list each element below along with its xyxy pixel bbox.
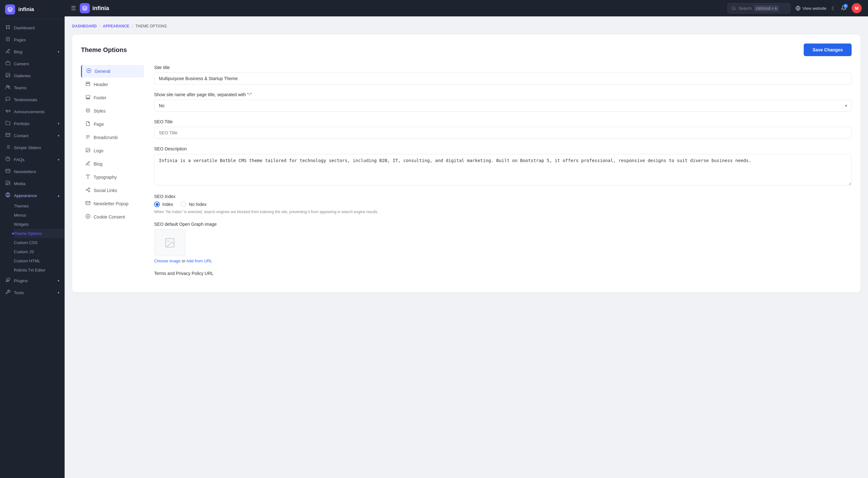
sidebar-item-teams[interactable]: Teams: [0, 82, 65, 94]
radio-index[interactable]: Index: [154, 202, 173, 207]
view-website-button[interactable]: View website: [796, 6, 827, 11]
sidebar-item-blog[interactable]: Blog ▾: [0, 46, 65, 58]
sidebar-nav: Dashboard Pages Blog ▾: [0, 19, 65, 301]
sidebar-item-label: FAQs: [14, 157, 25, 162]
sidebar-item-label: Galleries: [14, 73, 31, 78]
notification-badge: 0: [843, 4, 848, 8]
seo-description-label: SEO Description: [154, 146, 851, 151]
seo-index-label: SEO Index: [154, 194, 851, 199]
sidebar-item-newsletters[interactable]: Newsletters: [0, 166, 65, 178]
terms-group: Terms and Privacy Policy URL: [154, 271, 851, 276]
content-wrapper: DASHBOARD / APPEARANCE / THEME OPTIONS T…: [65, 17, 868, 478]
theme-menu-styles[interactable]: Styles: [81, 105, 144, 117]
card-header: Theme Options Save Changes: [81, 43, 851, 56]
sidebar-item-careers[interactable]: Careers: [0, 58, 65, 70]
choose-image-link[interactable]: Choose image: [154, 259, 181, 263]
sidebar-item-faqs[interactable]: FAQs ▾: [0, 154, 65, 166]
svg-point-35: [87, 110, 89, 111]
newsletter-popup-icon: [85, 201, 90, 207]
user-avatar[interactable]: M: [851, 3, 862, 13]
sidebar-item-media[interactable]: Media: [0, 178, 65, 189]
social-links-icon: [85, 187, 90, 193]
theme-toggle-icon[interactable]: ☾: [831, 5, 836, 11]
show-site-name-select[interactable]: No Yes: [154, 100, 851, 112]
sidebar-item-menus[interactable]: Menus: [14, 211, 65, 220]
sidebar-item-label: Newsletters: [14, 169, 36, 174]
sidebar-item-dashboard[interactable]: Dashboard: [0, 22, 65, 34]
teams-icon: [5, 85, 11, 91]
sidebar-item-simple-sliders[interactable]: Simple Sliders: [0, 142, 65, 154]
menu-item-label: Styles: [94, 109, 105, 114]
sidebar-item-label: Pages: [14, 37, 26, 42]
theme-menu-page[interactable]: Page: [81, 118, 144, 130]
sidebar-item-plugins[interactable]: Plugins ▾: [0, 275, 65, 287]
terms-label: Terms and Privacy Policy URL: [154, 271, 851, 276]
svg-rect-3: [8, 27, 10, 29]
menu-item-label: Page: [94, 122, 104, 127]
tools-icon: [5, 290, 11, 296]
add-from-url-link[interactable]: Add from URL: [186, 259, 212, 263]
sidebar-item-pages[interactable]: Pages: [0, 34, 65, 46]
site-title-input[interactable]: [154, 72, 851, 85]
theme-menu-general[interactable]: General: [81, 65, 144, 78]
sidebar-item-custom-js[interactable]: Custom JS: [14, 247, 65, 256]
page-icon: [85, 121, 90, 127]
theme-menu-footer[interactable]: Footer: [81, 91, 144, 104]
sidebar-item-portfolio[interactable]: Portfolio ▾: [0, 118, 65, 129]
svg-point-43: [89, 188, 90, 189]
sidebar-item-custom-html[interactable]: Custom HTML: [14, 256, 65, 266]
chevron-down-icon: ▾: [58, 291, 60, 295]
sidebar-item-robots-txt[interactable]: Robots.Txt Editor: [14, 266, 65, 275]
sidebar-item-tools[interactable]: Tools ▾: [0, 287, 65, 299]
chevron-down-icon: ▾: [58, 134, 60, 138]
sidebar-item-announcements[interactable]: Announcements: [0, 106, 65, 118]
theme-menu-newsletter-popup[interactable]: Newsletter Popup: [81, 198, 144, 210]
sidebar-item-testimonials[interactable]: Testimonials: [0, 94, 65, 106]
svg-rect-33: [86, 99, 90, 99]
svg-rect-1: [8, 25, 10, 27]
save-changes-button[interactable]: Save Changes: [804, 43, 851, 56]
theme-menu-logo[interactable]: Logo: [81, 144, 144, 157]
notification-button[interactable]: 0: [841, 5, 846, 12]
site-title-label: Site title: [154, 65, 851, 70]
breadcrumb-appearance[interactable]: APPEARANCE: [103, 24, 129, 28]
globe-icon: [796, 6, 801, 11]
logo-text: infinia: [92, 5, 109, 12]
sidebar-item-appearance[interactable]: Appearance ▴: [0, 189, 65, 202]
search-box[interactable]: Search ctrl/cmd + k: [727, 3, 790, 13]
theme-menu-cookie-consent[interactable]: Cookie Consent: [81, 211, 144, 223]
breadcrumb-dashboard[interactable]: DASHBOARD: [72, 24, 97, 28]
sidebar-item-galleries[interactable]: Galleries: [0, 70, 65, 82]
sidebar-item-widgets[interactable]: Widgets: [14, 220, 65, 229]
search-placeholder: Search: [739, 6, 751, 11]
theme-menu-blog[interactable]: Blog: [81, 158, 144, 170]
theme-menu-breadcrumb[interactable]: Breadcrumb: [81, 131, 144, 144]
sidebar-item-custom-css[interactable]: Custom CSS: [14, 238, 65, 247]
theme-menu-social-links[interactable]: Social Links: [81, 184, 144, 197]
sidebar-item-label: Blog: [14, 50, 22, 54]
hamburger-icon[interactable]: ☰: [71, 5, 76, 12]
logo-text: infinia: [18, 6, 34, 12]
seo-title-input[interactable]: [154, 127, 851, 139]
menu-item-label: Footer: [94, 95, 106, 100]
form-area: Site title Show site name after page tit…: [154, 65, 851, 283]
sidebar-item-themes[interactable]: Themes: [14, 202, 65, 211]
svg-point-44: [86, 189, 87, 190]
sidebar-item-contact[interactable]: Contact ▾: [0, 129, 65, 142]
theme-menu-typography[interactable]: Typography: [81, 171, 144, 183]
svg-rect-32: [86, 95, 90, 98]
chevron-down-icon: ▾: [58, 279, 60, 283]
svg-rect-0: [6, 25, 7, 27]
radio-no-index[interactable]: No Index: [181, 202, 207, 207]
theme-menu-header[interactable]: Header: [81, 78, 144, 91]
galleries-icon: [5, 72, 11, 79]
chevron-down-icon: ▾: [58, 50, 60, 54]
breadcrumb: DASHBOARD / APPEARANCE / THEME OPTIONS: [72, 24, 861, 28]
sidebar-item-theme-options[interactable]: Theme Options: [14, 229, 65, 238]
svg-rect-31: [86, 84, 90, 86]
svg-point-10: [7, 74, 7, 75]
appearance-icon: [5, 192, 11, 199]
seo-description-textarea[interactable]: Infinia is a versatile Botble CMS theme …: [154, 154, 851, 185]
seo-title-group: SEO Title: [154, 119, 851, 139]
image-upload-box[interactable]: [154, 229, 186, 256]
